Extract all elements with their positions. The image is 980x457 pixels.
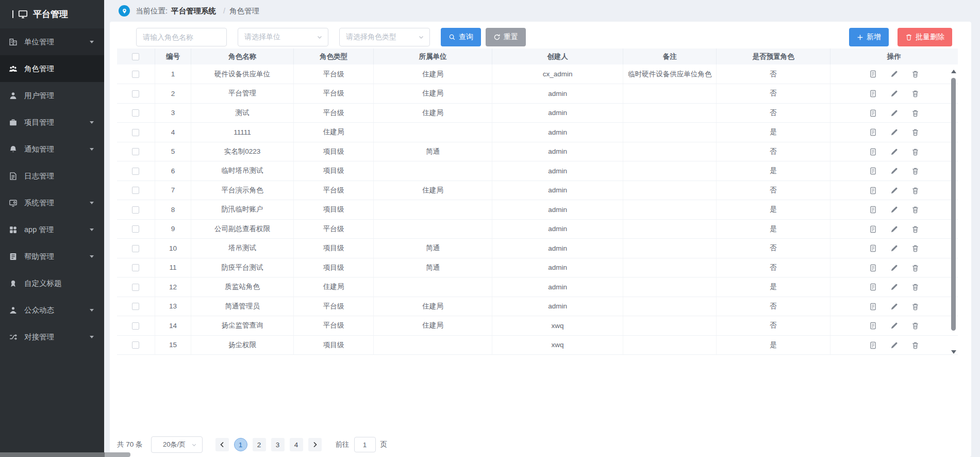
edit-icon[interactable] — [890, 303, 898, 311]
edit-icon[interactable] — [890, 283, 898, 291]
horizontal-scrollbar-thumb[interactable] — [0, 452, 105, 457]
edit-icon[interactable] — [890, 225, 898, 233]
search-button[interactable]: 查询 — [441, 28, 481, 46]
delete-icon[interactable] — [911, 206, 919, 214]
view-icon[interactable] — [869, 128, 877, 136]
edit-icon[interactable] — [890, 128, 898, 136]
unit-select[interactable]: 请选择单位 — [238, 28, 328, 46]
delete-icon[interactable] — [911, 303, 919, 311]
sidebar-item-notice-management[interactable]: 通知管理 — [0, 136, 104, 162]
delete-icon[interactable] — [911, 70, 919, 78]
edit-icon[interactable] — [890, 90, 898, 97]
page-button-1[interactable]: 1 — [234, 438, 247, 451]
batch-delete-button[interactable]: 批量删除 — [898, 28, 952, 46]
edit-icon[interactable] — [890, 70, 898, 78]
edit-icon[interactable] — [890, 167, 898, 175]
page-size-select[interactable]: 20条/页 — [151, 436, 203, 453]
delete-icon[interactable] — [911, 244, 919, 252]
edit-icon[interactable] — [890, 187, 898, 194]
edit-icon[interactable] — [890, 264, 898, 272]
view-icon[interactable] — [869, 322, 877, 330]
cell-unit: 住建局 — [373, 64, 492, 84]
select-all-checkbox[interactable] — [132, 53, 139, 60]
page-button-3[interactable]: 3 — [271, 438, 285, 451]
edit-icon[interactable] — [890, 244, 898, 252]
view-icon[interactable] — [869, 148, 877, 156]
reset-button[interactable]: 重置 — [486, 28, 526, 46]
sidebar-item-log-management[interactable]: 日志管理 — [0, 162, 104, 189]
page-button-2[interactable]: 2 — [253, 438, 266, 451]
sidebar-item-integration-management[interactable]: 对接管理 — [0, 323, 104, 350]
view-icon[interactable] — [869, 225, 877, 233]
view-icon[interactable] — [869, 244, 877, 252]
add-button[interactable]: 新增 — [849, 28, 889, 46]
role-name-input[interactable] — [136, 28, 227, 46]
pagination: 共 70 条 20条/页 1234 前往 页 — [117, 436, 971, 453]
sidebar-item-custom-title[interactable]: 自定义标题 — [0, 270, 104, 297]
delete-icon[interactable] — [911, 322, 919, 330]
sidebar-item-help-management[interactable]: 帮助管理 — [0, 243, 104, 270]
view-icon[interactable] — [869, 206, 877, 214]
scroll-down-icon[interactable] — [951, 350, 956, 354]
view-icon[interactable] — [869, 187, 877, 194]
view-icon[interactable] — [869, 109, 877, 117]
edit-icon[interactable] — [890, 148, 898, 156]
view-icon[interactable] — [869, 264, 877, 272]
prev-page-button[interactable] — [215, 438, 229, 451]
role-type-select[interactable]: 请选择角色类型 — [339, 28, 430, 46]
delete-icon[interactable] — [911, 225, 919, 233]
row-checkbox[interactable] — [132, 109, 139, 117]
sidebar-item-role-management[interactable]: 角色管理 — [0, 55, 104, 82]
edit-icon[interactable] — [890, 341, 898, 349]
vertical-scrollbar[interactable] — [951, 64, 956, 355]
cell-no: 1 — [155, 64, 191, 84]
delete-icon[interactable] — [911, 341, 919, 349]
view-icon[interactable] — [869, 70, 877, 78]
view-icon[interactable] — [869, 341, 877, 349]
sidebar-item-user-management[interactable]: 用户管理 — [0, 82, 104, 109]
delete-icon[interactable] — [911, 187, 919, 194]
view-icon[interactable] — [869, 90, 877, 97]
sidebar-item-unit-management[interactable]: 单位管理 — [0, 28, 104, 55]
edit-icon[interactable] — [890, 109, 898, 117]
horizontal-scrollbar[interactable] — [0, 452, 980, 457]
row-checkbox[interactable] — [132, 284, 139, 291]
delete-icon[interactable] — [911, 148, 919, 156]
delete-icon[interactable] — [911, 283, 919, 291]
row-checkbox[interactable] — [132, 129, 139, 136]
row-checkbox[interactable] — [132, 225, 139, 233]
row-checkbox[interactable] — [132, 341, 139, 349]
delete-icon[interactable] — [911, 264, 919, 272]
row-checkbox[interactable] — [132, 90, 139, 97]
row-checkbox[interactable] — [132, 168, 139, 175]
sidebar-item-project-management[interactable]: 项目管理 — [0, 109, 104, 136]
edit-icon[interactable] — [890, 206, 898, 214]
page-button-4[interactable]: 4 — [290, 438, 303, 451]
row-checkbox[interactable] — [132, 148, 139, 155]
goto-page-input[interactable] — [354, 437, 376, 452]
next-page-button[interactable] — [308, 438, 322, 451]
sidebar-item-app-management[interactable]: app 管理 — [0, 216, 104, 243]
delete-icon[interactable] — [911, 109, 919, 117]
scroll-up-icon[interactable] — [951, 70, 956, 73]
sidebar-item-public-activity[interactable]: 公众动态 — [0, 297, 104, 323]
edit-icon[interactable] — [890, 322, 898, 330]
view-icon[interactable] — [869, 283, 877, 291]
scrollbar-thumb[interactable] — [951, 78, 956, 331]
view-icon[interactable] — [869, 167, 877, 175]
row-checkbox[interactable] — [132, 206, 139, 214]
delete-icon[interactable] — [911, 128, 919, 136]
view-icon[interactable] — [869, 303, 877, 311]
row-checkbox[interactable] — [132, 264, 139, 271]
project-icon — [9, 118, 18, 127]
cell-role-type: 项目级 — [293, 200, 373, 220]
horizontal-scrollbar-thumb-light[interactable] — [105, 452, 130, 457]
row-checkbox[interactable] — [132, 322, 139, 330]
sidebar-item-system-management[interactable]: 系统管理 — [0, 189, 104, 216]
row-checkbox[interactable] — [132, 303, 139, 310]
delete-icon[interactable] — [911, 90, 919, 97]
row-checkbox[interactable] — [132, 187, 139, 194]
row-checkbox[interactable] — [132, 245, 139, 252]
row-checkbox[interactable] — [132, 71, 139, 78]
delete-icon[interactable] — [911, 167, 919, 175]
